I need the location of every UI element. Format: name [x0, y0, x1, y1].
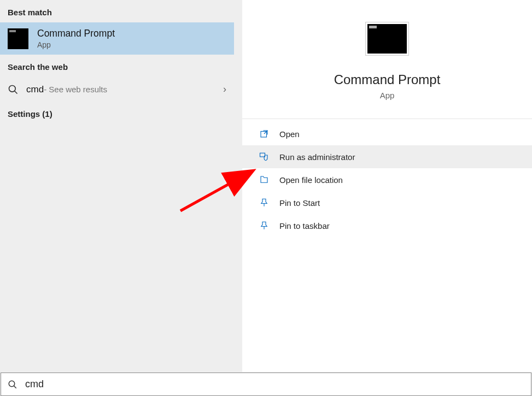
search-icon — [8, 380, 17, 389]
web-result-row[interactable]: cmd - See web results › — [0, 77, 234, 102]
chevron-right-icon: › — [223, 84, 226, 95]
svg-rect-4 — [260, 153, 265, 157]
settings-header[interactable]: Settings (1) — [0, 102, 234, 126]
results-pane: Best match Command Prompt App Search the… — [0, 0, 234, 372]
svg-point-9 — [9, 381, 15, 387]
detail-title: Command Prompt — [334, 72, 441, 87]
pin-icon — [259, 220, 270, 231]
action-run-admin[interactable]: Run as administrator — [242, 145, 532, 168]
action-label: Open — [279, 129, 300, 139]
detail-pane: Command Prompt App Open Run as administr… — [242, 0, 532, 372]
action-open-location[interactable]: Open file location — [242, 168, 532, 191]
console-icon — [8, 28, 28, 49]
action-label: Pin to Start — [279, 198, 320, 208]
result-command-prompt[interactable]: Command Prompt App — [0, 22, 234, 55]
svg-line-10 — [14, 386, 16, 388]
folder-icon — [259, 174, 270, 185]
svg-line-1 — [15, 91, 17, 93]
best-match-header: Best match — [0, 0, 234, 22]
action-pin-start[interactable]: Pin to Start — [242, 191, 532, 214]
search-input[interactable] — [25, 379, 524, 390]
action-label: Pin to taskbar — [279, 221, 330, 230]
action-label: Run as administrator — [279, 152, 355, 162]
pin-icon — [259, 197, 270, 208]
search-bar[interactable] — [1, 373, 531, 396]
action-list: Open Run as administrator Open file loca… — [242, 119, 532, 240]
search-icon — [8, 84, 19, 95]
app-icon — [365, 22, 409, 56]
action-label: Open file location — [279, 175, 343, 185]
result-subtitle: App — [37, 40, 115, 49]
open-icon — [259, 128, 270, 139]
svg-line-3 — [264, 131, 267, 134]
web-query: cmd — [26, 84, 44, 95]
shield-icon — [259, 151, 270, 162]
search-web-header: Search the web — [0, 55, 234, 77]
action-open[interactable]: Open — [242, 122, 532, 145]
svg-point-0 — [9, 85, 16, 92]
action-pin-taskbar[interactable]: Pin to taskbar — [242, 214, 532, 237]
web-hint: - See web results — [44, 85, 107, 94]
detail-subtitle: App — [380, 91, 395, 100]
result-title: Command Prompt — [37, 28, 115, 39]
